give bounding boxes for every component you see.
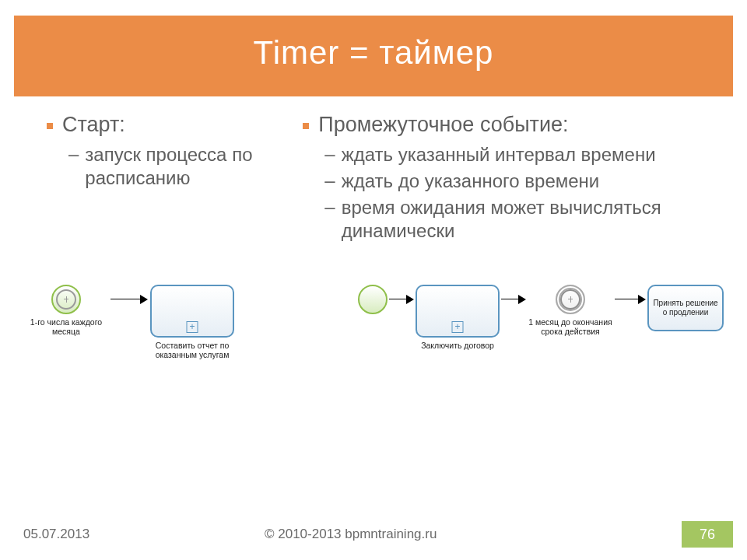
diagram-row: 1-го числа каждого месяца + Составить от… [0,246,747,359]
page-number: 76 [682,521,733,548]
task-node: + Составить отчет по оказанным услугам [149,285,235,359]
arrow-icon [613,285,647,314]
footer: 05.07.2013 © 2010-2013 bpmntraining.ru 7… [0,521,747,548]
sub-label: время ожидания может вычисляться динамич… [342,196,724,243]
intermediate-timer-node: 1 месяц до окончания срока действия [528,285,613,336]
start-node [358,285,388,314]
bullet-item: Промежуточное событие: [303,112,724,138]
dash-icon: – [324,143,335,166]
task-box: + [416,285,500,338]
bullet-label: Промежуточное событие: [318,112,568,138]
diagram-right: + Заключить договор 1 месяц до окончания… [358,285,724,359]
task-node: + Заключить договор [416,285,500,350]
bullet-icon [47,123,53,129]
arrow-icon [109,285,149,314]
sub-label: ждать до указанного времени [342,170,600,193]
bullet-item: Старт: [47,112,279,138]
footer-copyright: © 2010-2013 bpmntraining.ru [265,527,682,542]
sub-label: запуск процесса по расписанию [85,143,279,190]
slide-title: Timer = таймер [14,34,733,72]
bullet-label: Старт: [62,112,125,138]
dash-icon: – [68,143,79,190]
task-box: + [150,285,234,338]
start-caption: 1-го числа каждого месяца [23,317,109,336]
sub-item: – ждать указанный интервал времени [303,143,724,166]
subprocess-plus-icon: + [187,321,198,333]
sub-item: – запуск процесса по расписанию [47,143,279,190]
bullet-icon [303,123,309,129]
task-box: Принять решение о продлении [647,285,724,331]
subprocess-plus-icon: + [452,321,464,333]
dash-icon: – [324,196,335,243]
task-caption: Заключить договор [421,341,494,350]
task-node: Принять решение о продлении [647,285,724,331]
title-bar: Timer = таймер [14,16,733,96]
start-event-icon [358,285,388,314]
right-column: Промежуточное событие: – ждать указанный… [303,112,724,246]
arrow-icon [500,285,528,314]
sub-item: – время ожидания может вычисляться динам… [303,196,724,243]
timer-caption: 1 месяц до окончания срока действия [528,317,613,336]
diagram-left: 1-го числа каждого месяца + Составить от… [23,285,235,359]
timer-intermediate-icon [556,285,585,314]
content-area: Старт: – запуск процесса по расписанию П… [0,96,747,246]
arrow-icon [388,285,416,314]
task-inner-label: Принять решение о продлении [652,299,719,317]
start-timer-node: 1-го числа каждого месяца [23,285,109,336]
dash-icon: – [324,170,335,193]
task-caption: Составить отчет по оказанным услугам [149,341,235,359]
footer-date: 05.07.2013 [0,527,265,542]
left-column: Старт: – запуск процесса по расписанию [47,112,279,246]
sub-label: ждать указанный интервал времени [342,143,656,166]
timer-start-icon [51,285,81,314]
sub-item: – ждать до указанного времени [303,170,724,193]
